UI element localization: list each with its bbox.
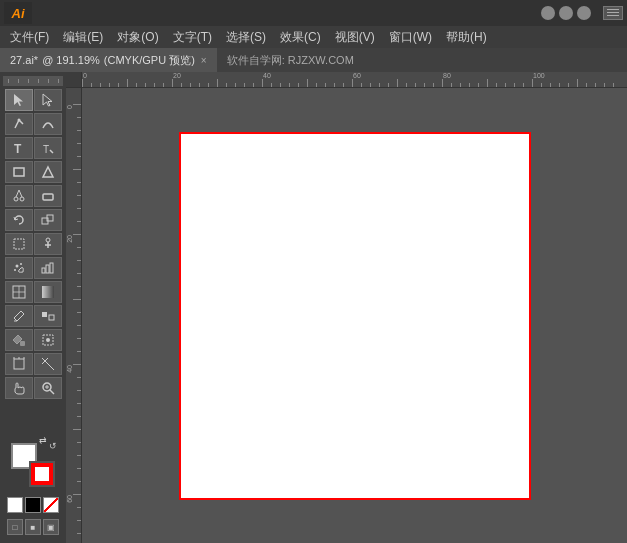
- shaper-tool[interactable]: [34, 161, 62, 183]
- tool-row-navigate: [5, 377, 62, 399]
- free-transform-tool[interactable]: [5, 233, 33, 255]
- svg-rect-26: [20, 341, 25, 346]
- column-graph-tool[interactable]: [34, 257, 62, 279]
- svg-point-4: [14, 197, 18, 201]
- main-area: T T: [0, 72, 627, 543]
- svg-point-15: [14, 269, 16, 271]
- menu-view[interactable]: 视图(V): [329, 27, 381, 48]
- fullscreen-view-button[interactable]: ▣: [43, 519, 59, 535]
- menu-effect[interactable]: 效果(C): [274, 27, 327, 48]
- live-paint-selection-tool[interactable]: [34, 329, 62, 351]
- svg-rect-6: [43, 194, 53, 200]
- eyedropper-tool[interactable]: [5, 305, 33, 327]
- svg-rect-17: [46, 265, 49, 273]
- svg-text:T: T: [43, 144, 49, 155]
- toolbar: T T: [0, 72, 66, 543]
- selection-tool[interactable]: [5, 89, 33, 111]
- canvas-area[interactable]: 020406080100 0204060: [66, 72, 627, 543]
- tool-row-symbol: [5, 257, 62, 279]
- none-swatch[interactable]: [25, 497, 41, 513]
- full-view-button[interactable]: ■: [25, 519, 41, 535]
- panel-toggle-button[interactable]: [603, 6, 623, 20]
- tool-row-selection: [5, 89, 62, 111]
- svg-text:T: T: [14, 142, 22, 156]
- rotate-tool[interactable]: [5, 209, 33, 231]
- symbol-sprayer-tool[interactable]: [5, 257, 33, 279]
- hand-tool[interactable]: [5, 377, 33, 399]
- tool-row-transform: [5, 209, 62, 231]
- tool-row-eyedropper: [5, 305, 62, 327]
- svg-rect-28: [14, 359, 24, 369]
- svg-point-13: [15, 265, 18, 268]
- tab-bar: 27.ai* @ 191.19% (CMYK/GPU 预览) × 软件自学网: …: [0, 48, 627, 72]
- menu-select[interactable]: 选择(S): [220, 27, 272, 48]
- pen-tool[interactable]: [5, 113, 33, 135]
- slice-tool[interactable]: [34, 353, 62, 375]
- svg-rect-18: [50, 263, 53, 273]
- tab-website: 软件自学网: RJZXW.COM: [217, 48, 364, 72]
- tab-filename: 27.ai*: [10, 54, 38, 66]
- reset-colors-button[interactable]: ↺: [49, 441, 57, 451]
- live-paint-bucket-tool[interactable]: [5, 329, 33, 351]
- color-swatch[interactable]: [7, 497, 23, 513]
- minimize-button[interactable]: [541, 6, 555, 20]
- tool-row-gradient: [5, 281, 62, 303]
- menu-type[interactable]: 文字(T): [167, 27, 218, 48]
- artboard-tool[interactable]: [5, 353, 33, 375]
- tool-row-pen: [5, 113, 62, 135]
- blend-tool[interactable]: [34, 305, 62, 327]
- maximize-button[interactable]: [559, 6, 573, 20]
- puppet-warp-tool[interactable]: [34, 233, 62, 255]
- tab-zoom: @ 191.19%: [42, 54, 100, 66]
- artboard[interactable]: [179, 132, 531, 500]
- ruler-left: 0204060: [66, 88, 82, 543]
- menu-window[interactable]: 窗口(W): [383, 27, 438, 48]
- svg-rect-3: [14, 168, 24, 176]
- close-button[interactable]: [577, 6, 591, 20]
- svg-point-14: [20, 263, 22, 265]
- fill-stroke-area: ↺ ⇄: [11, 443, 55, 487]
- touch-type-tool[interactable]: T: [34, 137, 62, 159]
- rectangle-tool[interactable]: [5, 161, 33, 183]
- menu-file[interactable]: 文件(F): [4, 27, 55, 48]
- eraser-tool[interactable]: [34, 185, 62, 207]
- tool-row-livepaint: [5, 329, 62, 351]
- color-section: ↺ ⇄ □ ■ ▣: [3, 439, 63, 539]
- svg-point-10: [46, 238, 50, 242]
- svg-rect-9: [14, 239, 24, 249]
- ai-logo: Ai: [4, 2, 32, 24]
- swap-colors-button[interactable]: ⇄: [39, 435, 47, 445]
- tab-close-button[interactable]: ×: [201, 55, 207, 66]
- svg-point-0: [17, 119, 20, 122]
- zoom-tool[interactable]: [34, 377, 62, 399]
- tool-row-warp: [5, 233, 62, 255]
- curvature-tool[interactable]: [34, 113, 62, 135]
- tool-row-type: T T: [5, 137, 62, 159]
- menu-edit[interactable]: 编辑(E): [57, 27, 109, 48]
- gradient-tool[interactable]: [34, 281, 62, 303]
- svg-rect-24: [42, 312, 47, 317]
- bottom-color-swatches: [7, 497, 59, 513]
- svg-point-5: [20, 197, 24, 201]
- ruler-top: 020406080100: [82, 72, 627, 88]
- menu-object[interactable]: 对象(O): [111, 27, 164, 48]
- gradient-swatch[interactable]: [43, 497, 59, 513]
- menu-help[interactable]: 帮助(H): [440, 27, 493, 48]
- scale-tool[interactable]: [34, 209, 62, 231]
- svg-rect-16: [42, 268, 45, 273]
- ai-logo-text: Ai: [12, 6, 25, 21]
- direct-selection-tool[interactable]: [34, 89, 62, 111]
- canvas-content: [82, 88, 627, 543]
- view-mode-row: □ ■ ▣: [7, 519, 59, 535]
- type-tool[interactable]: T: [5, 137, 33, 159]
- scissors-tool[interactable]: [5, 185, 33, 207]
- mesh-tool[interactable]: [5, 281, 33, 303]
- active-tab[interactable]: 27.ai* @ 191.19% (CMYK/GPU 预览) ×: [0, 48, 217, 72]
- normal-view-button[interactable]: □: [7, 519, 23, 535]
- stroke-swatch[interactable]: [29, 461, 55, 487]
- svg-rect-22: [42, 286, 54, 298]
- tool-row-scissors: [5, 185, 62, 207]
- tab-colormode: (CMYK/GPU 预览): [104, 53, 195, 68]
- tool-row-artboard: [5, 353, 62, 375]
- toolbar-ruler: [3, 76, 63, 86]
